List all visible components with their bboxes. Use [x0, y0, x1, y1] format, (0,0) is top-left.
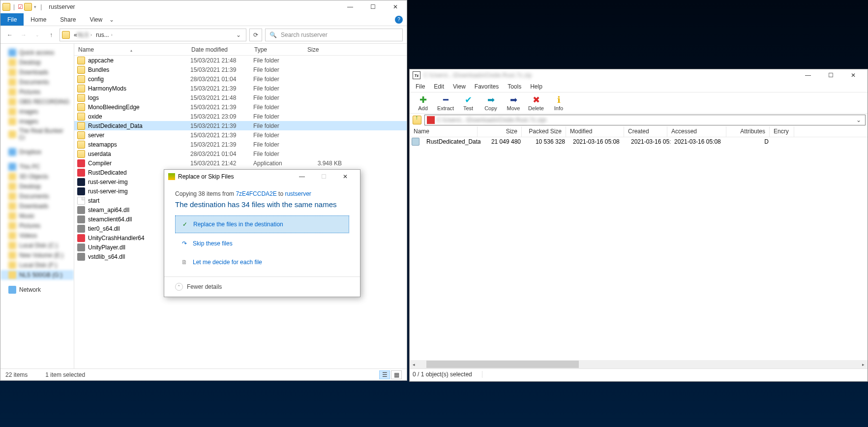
sidebar-item[interactable]: The Real Bunker Cr: [0, 126, 74, 142]
sidebar-item[interactable]: images: [0, 107, 74, 117]
tool-add[interactable]: ✚Add: [412, 94, 434, 111]
tab-file[interactable]: File: [0, 13, 24, 26]
file-row[interactable]: Bundles15/03/2021 21:39File folder: [74, 65, 407, 74]
tab-view[interactable]: View: [83, 13, 109, 26]
scroll-left-icon[interactable]: ◂: [410, 360, 418, 368]
szcol-accessed[interactable]: Accessed: [667, 126, 726, 137]
sidebar-item[interactable]: Local Disk (C:): [0, 241, 74, 250]
minimize-button[interactable]: —: [339, 0, 361, 13]
dialog-minimize-button[interactable]: —: [291, 170, 313, 183]
menu-edit[interactable]: Edit: [430, 82, 448, 91]
file-row[interactable]: config28/03/2021 01:04File folder: [74, 74, 407, 84]
file-row[interactable]: RustDedicated_Data15/03/2021 21:39File f…: [74, 121, 407, 130]
dialog-titlebar[interactable]: Replace or Skip Files — ☐ ✕: [164, 170, 360, 183]
sidebar-item[interactable]: Desktop: [0, 58, 74, 67]
sz-hscrollbar[interactable]: ◂ ▸: [410, 360, 868, 368]
view-large-button[interactable]: ▦: [391, 370, 402, 379]
sidebar-item[interactable]: Music: [0, 211, 74, 221]
nav-forward-button[interactable]: →: [18, 30, 29, 40]
crumb-last[interactable]: rus...›: [94, 31, 115, 38]
szcol-attributes[interactable]: Attributes: [726, 126, 770, 137]
scroll-right-icon[interactable]: ▸: [859, 360, 868, 368]
sz-minimize-button[interactable]: —: [797, 69, 819, 82]
sz-address-dropdown-icon[interactable]: ⌄: [854, 117, 863, 123]
tool-move[interactable]: ➡Move: [502, 94, 525, 111]
file-row[interactable]: server15/03/2021 21:39File folder: [74, 130, 407, 140]
dest-link[interactable]: rustserver: [285, 190, 311, 197]
sidebar-item[interactable]: New Volume (E:): [0, 250, 74, 260]
sidebar-item[interactable]: Downloads: [0, 67, 74, 77]
tool-info[interactable]: ℹInfo: [547, 94, 570, 111]
qat-save-icon[interactable]: ☑: [18, 3, 23, 10]
sz-titlebar[interactable]: 7z C:\Users\...\Downloads\Oxide.Rust.7z.…: [410, 69, 868, 81]
sz-file-list[interactable]: RustDedicated_Data21 049 48010 536 32820…: [410, 137, 868, 368]
tool-extract[interactable]: ━Extract: [434, 94, 457, 111]
search-input[interactable]: 🔍 Search rustserver: [265, 29, 403, 41]
file-row[interactable]: userdata28/03/2021 01:04File folder: [74, 149, 407, 158]
sidebar-item[interactable]: OBS RECORDING: [0, 97, 74, 107]
sz-up-button[interactable]: ↑: [412, 115, 422, 125]
scroll-thumb[interactable]: [426, 361, 579, 368]
sidebar-item[interactable]: Documents: [0, 191, 74, 201]
nav-pane[interactable]: Quick access DesktopDownloadsDocumentsPi…: [0, 44, 74, 368]
source-link[interactable]: 7zE4FCCDA2E: [236, 190, 276, 197]
tool-copy[interactable]: ➡Copy: [479, 94, 502, 111]
col-size[interactable]: Size: [303, 46, 343, 53]
sz-address-input[interactable]: C:\Users\...\Downloads\Oxide.Rust.7z.zip…: [424, 115, 866, 125]
qat-dropdown-icon[interactable]: ▾: [33, 4, 37, 9]
ribbon-expand-icon[interactable]: ⌄: [109, 16, 114, 23]
sidebar-item[interactable]: Local Disk (F:): [0, 260, 74, 270]
col-name[interactable]: Name▴: [74, 46, 187, 53]
file-row[interactable]: appcache15/03/2021 21:48File folder: [74, 56, 407, 65]
sidebar-item[interactable]: images: [0, 117, 74, 126]
sz-close-button[interactable]: ✕: [842, 69, 865, 82]
menu-view[interactable]: View: [449, 82, 470, 91]
sz-maximize-button[interactable]: ☐: [819, 69, 842, 82]
action-skip[interactable]: ↷ Skip these files: [175, 235, 349, 252]
menu-file[interactable]: File: [412, 82, 429, 91]
file-row[interactable]: Compiler15/03/2021 21:42Application3.948…: [74, 158, 407, 168]
menu-favorites[interactable]: Favorites: [471, 82, 503, 91]
sidebar-item[interactable]: Downloads: [0, 201, 74, 211]
maximize-button[interactable]: ☐: [361, 0, 384, 13]
szcol-size[interactable]: Size: [478, 126, 522, 137]
tab-home[interactable]: Home: [24, 13, 53, 26]
sidebar-thispc[interactable]: This PC: [0, 162, 74, 172]
szcol-packed[interactable]: Packed Size: [522, 126, 566, 137]
file-row[interactable]: HarmonyMods15/03/2021 21:39File folder: [74, 84, 407, 93]
dialog-close-button[interactable]: ✕: [334, 170, 356, 183]
action-decide[interactable]: 🗎 Let me decide for each file: [175, 254, 349, 271]
help-icon[interactable]: ?: [395, 16, 403, 24]
chevron-up-icon[interactable]: ⌃: [175, 283, 183, 291]
sidebar-item[interactable]: Pictures: [0, 87, 74, 97]
szcol-created[interactable]: Created: [624, 126, 667, 137]
file-row[interactable]: logs15/03/2021 21:48File folder: [74, 93, 407, 102]
sidebar-dropbox[interactable]: Dropbox: [0, 147, 74, 157]
tab-share[interactable]: Share: [53, 13, 83, 26]
sidebar-network[interactable]: Network: [0, 285, 74, 295]
fewer-details-link[interactable]: Fewer details: [187, 283, 222, 290]
szcol-modified[interactable]: Modified: [566, 126, 624, 137]
sidebar-item[interactable]: Desktop: [0, 182, 74, 191]
address-bar[interactable]: «NLS› rus...› ⌄: [60, 29, 246, 41]
file-row[interactable]: steamapps15/03/2021 21:39File folder: [74, 140, 407, 149]
sidebar-item[interactable]: 3D Objects: [0, 172, 74, 182]
col-date[interactable]: Date modified: [187, 46, 250, 53]
sidebar-item[interactable]: NLS 500GB (G:): [0, 270, 74, 280]
sz-file-row[interactable]: RustDedicated_Data21 049 48010 536 32820…: [410, 137, 868, 146]
tool-test[interactable]: ✔Test: [457, 94, 479, 111]
nav-back-button[interactable]: ←: [4, 30, 15, 40]
nav-up-button[interactable]: ↑: [46, 30, 57, 40]
file-row[interactable]: oxide15/03/2021 23:09File folder: [74, 112, 407, 121]
nav-history-icon[interactable]: ⌄: [32, 30, 43, 40]
sidebar-item[interactable]: Pictures: [0, 221, 74, 231]
address-dropdown-icon[interactable]: ⌄: [233, 31, 244, 38]
view-details-button[interactable]: ☰: [379, 370, 390, 379]
sidebar-item[interactable]: Documents: [0, 77, 74, 87]
szcol-encrypted[interactable]: Encry: [770, 126, 794, 137]
col-type[interactable]: Type: [250, 46, 303, 53]
close-button[interactable]: ✕: [384, 0, 407, 13]
menu-help[interactable]: Help: [526, 82, 546, 91]
file-row[interactable]: MonoBleedingEdge15/03/2021 21:39File fol…: [74, 102, 407, 112]
sidebar-quick-access[interactable]: Quick access: [0, 48, 74, 58]
